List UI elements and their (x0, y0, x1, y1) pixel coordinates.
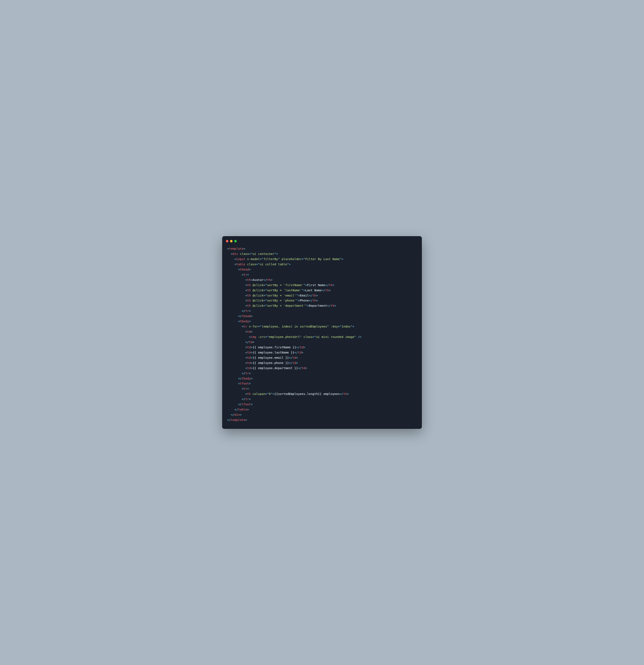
code-token: tr (243, 273, 247, 276)
code-token: sortBy = 'lastName' (267, 289, 301, 292)
code-token: @click (253, 283, 264, 287)
code-token: Department (309, 304, 327, 307)
code-token: td (247, 356, 251, 359)
code-token: ui celled table (260, 263, 287, 266)
code-token: < (245, 356, 247, 359)
code-token (227, 361, 245, 364)
code-token (245, 263, 247, 266)
code-token: > (251, 346, 253, 349)
code-token: " (296, 299, 298, 302)
code-token: < (242, 273, 243, 276)
code-token: Avatar (253, 278, 264, 282)
code-token: </ (238, 377, 241, 380)
code-token: </ (264, 278, 267, 282)
code-token (251, 392, 253, 396)
code-token (227, 346, 245, 349)
code-token: " (300, 335, 301, 339)
close-icon[interactable] (226, 240, 228, 242)
code-token: </ (231, 413, 234, 416)
code-token: = (258, 325, 260, 328)
code-token: {{ employee.lastName }} (253, 351, 294, 354)
code-token: </ (289, 361, 292, 364)
code-token: > (251, 377, 253, 380)
code-token: > (251, 361, 253, 364)
code-token (227, 408, 234, 411)
code-token: > (305, 283, 307, 287)
code-token (227, 351, 245, 354)
code-token: < (245, 351, 247, 354)
code-token: div (234, 413, 240, 416)
code-token: </ (227, 418, 231, 421)
code-token (238, 252, 240, 255)
code-token (227, 258, 234, 261)
code-token: > (251, 366, 253, 370)
code-token: td (247, 346, 251, 349)
code-token: = (265, 392, 267, 396)
code-token: 6 (269, 392, 271, 396)
code-token (227, 252, 231, 255)
code-token (227, 309, 242, 312)
code-token: tfoot (240, 382, 249, 385)
code-token (251, 283, 253, 287)
code-token (245, 258, 247, 261)
code-token (227, 263, 234, 266)
code-token: < (245, 366, 247, 370)
code-token: tr (243, 325, 247, 328)
code-token: th (247, 294, 251, 297)
code-token: {{ employee.phone }} (253, 361, 289, 364)
code-token: < (245, 330, 247, 333)
code-token: " (274, 252, 276, 255)
code-token: < (234, 263, 236, 266)
code-token: tfoot (242, 403, 251, 406)
code-token: img (251, 335, 256, 339)
code-token: th (312, 294, 316, 297)
code-token (280, 258, 282, 261)
code-token: > (249, 372, 251, 375)
code-token: table (236, 263, 246, 266)
code-token: :key (331, 325, 338, 328)
zoom-icon[interactable] (234, 240, 237, 242)
code-token: " (327, 325, 329, 328)
code-token: > (305, 366, 307, 370)
code-token (251, 299, 253, 302)
code-token (329, 325, 331, 328)
code-token: @click (253, 294, 264, 297)
code-token (227, 377, 238, 380)
code-token: > (247, 387, 249, 390)
code-token: > (296, 356, 298, 359)
code-token: thead (242, 315, 251, 318)
code-token: input (236, 258, 246, 261)
code-token: sortBy = 'phone' (267, 299, 296, 302)
code-token: " (340, 325, 341, 328)
code-token: > (251, 403, 253, 406)
code-token: > (347, 392, 349, 396)
code-token (227, 289, 245, 292)
code-token (247, 325, 249, 328)
code-token (227, 403, 238, 406)
code-token: tbody (242, 377, 251, 380)
minimize-icon[interactable] (230, 240, 233, 242)
code-token: > (249, 320, 251, 323)
code-token: tr (245, 372, 249, 375)
code-token (227, 320, 238, 323)
code-token (227, 299, 245, 302)
code-token: tr (243, 387, 247, 390)
code-token (227, 387, 242, 390)
code-token: </ (309, 294, 312, 297)
code-token: First Name (307, 283, 325, 287)
code-token: th (247, 283, 251, 287)
code-token: filterBy (264, 258, 278, 261)
code-token: > (316, 299, 318, 302)
code-token: td (247, 366, 251, 370)
code-token (301, 335, 304, 339)
code-token (251, 289, 253, 292)
code-token: " (262, 258, 264, 261)
code-token: td (300, 346, 303, 349)
code-token: th (312, 299, 316, 302)
code-token: </ (242, 397, 245, 401)
code-token: " (354, 335, 356, 339)
code-token: > (301, 351, 304, 354)
code-token: th (325, 289, 329, 292)
code-token: td (247, 351, 251, 354)
code-token (227, 315, 238, 318)
